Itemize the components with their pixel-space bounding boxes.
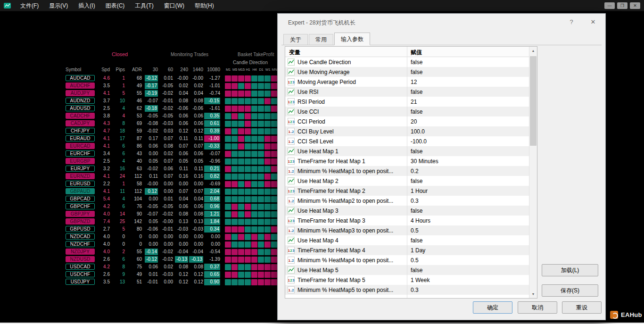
market-cell: -0.69 [204,181,220,187]
symbol-button[interactable]: NZDCAD [66,233,95,240]
dialog-close-icon[interactable]: ✕ [588,17,598,27]
scroll-thumb[interactable] [530,56,537,146]
param-value[interactable]: 0.3 [411,198,419,204]
tab-about[interactable]: 关于 [283,34,308,45]
market-cell: 0.11 [189,135,203,142]
market-cell: 2.2 [97,181,110,187]
param-value[interactable]: 0.5 [411,257,419,264]
param-value[interactable]: false [411,89,422,95]
symbol-button[interactable]: EURGBP [66,158,95,164]
menu-insert[interactable]: 插入(I) [73,0,100,11]
param-value[interactable]: 1 Week [411,277,429,283]
param-scrollbar[interactable]: ▲ ▼ [529,47,537,298]
param-value[interactable]: false [411,69,422,75]
ok-button[interactable]: 确定 [473,301,512,314]
close-icon[interactable]: ✕ [630,2,640,9]
menu-tools[interactable]: 工具(T) [130,0,158,11]
expert-dialog: Expert - 28对货币飞机机长 ? ✕ 关于 常用 输入参数 变量 赋值 … [277,13,606,320]
save-button[interactable]: 保存(S) [542,284,598,297]
restore-icon[interactable]: ❐ [617,2,627,9]
load-button[interactable]: 加载(L) [542,264,598,276]
menu-charts[interactable]: 图表(C) [100,0,130,11]
param-value[interactable]: false [411,148,422,155]
double-param-icon: 1.2 [288,257,295,264]
symbol-button[interactable]: EURCAD [66,143,95,149]
menu-help[interactable]: 帮助(H) [190,0,219,11]
symbol-button[interactable]: NZDJPY [66,249,95,255]
symbol-button[interactable]: CHFJPY [66,128,95,134]
symbol-button[interactable]: AUDCAD [66,75,95,81]
heatmap-cell [264,75,271,82]
market-row: GBPCHF4.2676-0.05-0.050.060.060.96 [64,203,279,210]
heatmap-cell [231,113,238,119]
symbol-button[interactable]: AUDNZD [66,98,95,104]
symbol-button[interactable]: EURUSD [66,181,95,187]
symbol-button[interactable]: NZDCHF [66,241,95,247]
market-cell: 43 [127,150,142,157]
symbol-button[interactable]: AUDCHF [66,83,95,89]
column-header-value[interactable]: 赋值 [411,49,422,57]
svg-text:123: 123 [288,190,295,193]
symbol-button[interactable]: GBPJPY [66,211,95,217]
tab-inputs[interactable]: 输入参数 [334,33,370,45]
column-header-variable[interactable]: 变量 [289,49,300,57]
menu-window[interactable]: 窗口(W) [159,0,190,11]
reset-button[interactable]: 重设 [562,301,602,314]
symbol-button[interactable]: GBPNZD [66,218,95,224]
bool-param-icon [288,177,295,184]
heatmap-cell [258,211,264,217]
symbol-button[interactable]: GBPAUD [66,188,95,194]
symbol-button[interactable]: NZDUSD [66,256,95,262]
param-value[interactable]: false [411,208,422,214]
scroll-up-icon[interactable]: ▲ [529,47,537,55]
symbol-button[interactable]: AUDJPY [66,90,95,96]
param-value[interactable]: false [411,178,422,184]
symbol-button[interactable]: CADJPY [66,120,95,126]
menu-view[interactable]: 显示(V) [44,0,73,11]
param-value[interactable]: 1 Day [411,247,425,254]
param-value[interactable]: false [411,267,422,274]
param-value[interactable]: false [411,237,422,244]
heatmap-cell [225,204,231,210]
cancel-button[interactable]: 取消 [518,301,557,314]
menu-file[interactable]: 文件(F) [15,0,44,11]
help-icon[interactable]: ? [567,17,576,27]
symbol-button[interactable]: USDJPY [66,279,95,285]
param-value[interactable]: 1 Hour [411,188,428,194]
heatmap-cell [238,241,244,248]
param-value[interactable]: false [411,59,422,66]
symbol-button[interactable]: USDCAD [66,264,95,270]
symbol-button[interactable]: EURAUD [66,135,95,141]
param-value[interactable]: 100.0 [411,128,425,135]
heatmap-cell [245,128,251,134]
symbol-button[interactable]: USDCHF [66,271,95,277]
market-cell: 0.02 [160,264,173,270]
param-value[interactable]: false [411,108,422,115]
param-value[interactable]: 0.5 [411,227,419,234]
param-value[interactable]: 12 [411,79,417,85]
dialog-titlebar[interactable]: Expert - 28对货币飞机机长 ? ✕ [278,14,605,32]
symbol-button[interactable]: EURNZD [66,173,95,179]
symbol-button[interactable]: CADCHF [66,113,95,119]
symbol-button[interactable]: GBPCAD [66,196,95,202]
market-cell: 55 [127,90,142,97]
symbol-button[interactable]: GBPUSD [66,226,95,232]
symbol-button[interactable]: EURJPY [66,166,95,172]
param-value[interactable]: 30 Minutes [411,158,438,165]
heatmap-cell [225,83,231,89]
param-value[interactable]: 4 Hours [411,217,430,224]
param-value[interactable]: 0.2 [411,168,419,174]
market-cell: 0.39 [204,128,220,134]
tab-common[interactable]: 常用 [309,34,333,45]
scroll-down-icon[interactable]: ▼ [529,290,537,298]
symbol-button[interactable]: AUDUSD [66,105,95,111]
market-cell: -0.05 [160,113,173,119]
minimize-icon[interactable]: — [604,2,615,9]
symbol-button[interactable]: GBPCHF [66,203,95,209]
param-value[interactable]: 0.3 [411,287,419,293]
param-value[interactable]: -100.0 [411,138,427,145]
heatmap-cell [231,264,238,270]
symbol-button[interactable]: EURCHF [66,150,95,157]
param-value[interactable]: 20 [411,118,417,125]
param-value[interactable]: 21 [411,99,417,105]
